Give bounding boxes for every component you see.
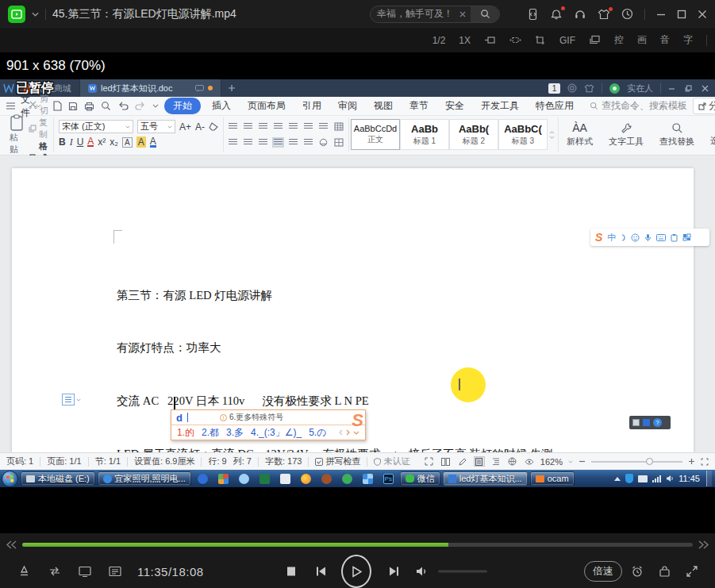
ribbon-tab-review[interactable]: 审阅	[333, 98, 363, 114]
play-button[interactable]	[341, 555, 371, 588]
highlight-color-button[interactable]: A	[136, 136, 146, 148]
stop-button[interactable]	[286, 566, 297, 578]
ime-next-page-icon[interactable]	[346, 429, 350, 436]
ime-tray-icon[interactable]	[638, 475, 648, 482]
strikethrough-button[interactable]: A	[87, 137, 94, 147]
headset-icon[interactable]	[574, 8, 586, 20]
ime-language-button[interactable]: 中	[607, 232, 616, 244]
network-signal-icon[interactable]	[652, 475, 661, 482]
sort-icon[interactable]	[304, 123, 313, 130]
start-button[interactable]	[2, 471, 18, 487]
tab-document[interactable]: led灯基本知识.doc	[80, 79, 221, 97]
superscript-button[interactable]: x²	[98, 136, 106, 148]
doc-line[interactable]: 交流 AC 220V 日本 110v 没有极性要求 L N PE	[117, 392, 568, 409]
italic-button[interactable]: I	[70, 136, 73, 148]
shrink-font-button[interactable]: A-	[195, 121, 205, 133]
select-button[interactable]: 选择	[702, 117, 715, 152]
bold-button[interactable]: B	[59, 136, 66, 148]
increase-indent-icon[interactable]	[274, 123, 283, 130]
taskbar-button-wechat[interactable]: 微信	[400, 471, 440, 486]
new-tab-button[interactable]	[221, 84, 242, 92]
font-size-select[interactable]: 五号	[137, 120, 175, 133]
zoom-chevron-icon[interactable]	[568, 460, 573, 463]
share-button[interactable]: 分享	[693, 98, 715, 114]
more-quick-icon[interactable]	[152, 104, 159, 108]
zoom-slider-handle[interactable]	[646, 458, 653, 465]
document-area[interactable]: 第三节：有源 LED 灯电源讲解 有源灯特点：功率大 交流 AC 220V 日本…	[0, 156, 715, 452]
pinned-app-2[interactable]	[317, 471, 336, 486]
doc-line[interactable]: LED 属于直流灯：直流 DC 12V/24V 有极性要求 + - 接反了不亮 …	[117, 445, 568, 452]
clear-format-icon[interactable]	[209, 122, 218, 131]
progress-bar[interactable]	[22, 543, 693, 547]
two-page-view-icon[interactable]	[440, 456, 452, 467]
wps-minimize-button[interactable]	[668, 85, 675, 92]
ime-candidate-3[interactable]: 3.多	[226, 426, 244, 440]
crop-icon[interactable]	[535, 35, 546, 45]
taskbar-button-ocam[interactable]: ocam	[530, 471, 575, 486]
seek-back-icon[interactable]	[6, 540, 17, 549]
zoom-percent[interactable]: 162%	[540, 457, 563, 467]
style-heading1[interactable]: AaBb 标题 1	[400, 119, 449, 150]
show-desktop-button[interactable]	[706, 471, 712, 486]
web-view-icon[interactable]	[507, 456, 518, 467]
tray-expand-icon[interactable]	[614, 477, 621, 481]
eye-protection-icon[interactable]	[524, 456, 535, 467]
control-panel-button[interactable]: 控	[614, 33, 624, 47]
styles-scroll-up-icon[interactable]	[549, 131, 555, 134]
skin-shirt-icon[interactable]	[598, 9, 610, 20]
character-border-button[interactable]: A	[122, 137, 133, 148]
ime-candidate-4[interactable]: 4._(:3」∠)_	[251, 426, 302, 440]
toolbox-icon[interactable]	[682, 233, 691, 241]
volume-tray-icon[interactable]	[666, 475, 674, 482]
ime-hint[interactable]: i 6.更多特殊符号	[220, 412, 283, 423]
underline-button[interactable]: U	[77, 136, 84, 148]
zoom-out-button[interactable]	[579, 458, 586, 465]
paste-button[interactable]: 粘贴	[10, 114, 24, 156]
taskbar-button-browser[interactable]: 宜家照明,照明电...	[98, 471, 191, 486]
search-icon[interactable]	[471, 6, 499, 23]
ribbon-tab-layout[interactable]: 页面布局	[242, 98, 291, 114]
save-icon[interactable]	[68, 102, 78, 111]
video-panel-button[interactable]: 画	[637, 33, 647, 47]
show-marks-icon[interactable]	[319, 123, 328, 130]
user-avatar[interactable]	[609, 83, 620, 94]
text-direction-icon[interactable]	[289, 123, 298, 130]
minimize-button[interactable]	[656, 10, 666, 19]
pinned-firefox[interactable]	[297, 471, 315, 486]
ime-candidate-window[interactable]: d i 6.更多特殊符号 S 1.的 2.都 3.多 4._(:3」∠)_ 5.…	[171, 409, 366, 440]
distribute-icon[interactable]	[289, 139, 298, 146]
font-color-button[interactable]: A	[150, 137, 156, 148]
pinned-photoshop[interactable]: Ps	[379, 471, 398, 486]
ribbon-tab-home[interactable]: 开始	[164, 98, 201, 114]
text-tool-button[interactable]: 文字工具	[601, 117, 652, 152]
insert-table-icon[interactable]	[334, 122, 344, 131]
pinned-notes[interactable]	[276, 471, 294, 486]
pinned-wps[interactable]	[214, 471, 233, 486]
playback-speed-button[interactable]: 1X	[459, 35, 471, 46]
wps-restore-button[interactable]	[685, 85, 692, 92]
player-logo-icon[interactable]	[8, 6, 25, 23]
mini-overlay-widget[interactable]: ?	[629, 416, 671, 429]
ribbon-tab-references[interactable]: 引用	[297, 98, 327, 114]
maximize-button[interactable]	[677, 10, 686, 19]
ribbon-tab-developer[interactable]: 开发工具	[475, 98, 525, 114]
microphone-icon[interactable]	[644, 233, 652, 242]
playlist-button[interactable]	[108, 566, 122, 578]
ime-candidate-2[interactable]: 2.都	[202, 426, 219, 440]
redo-icon[interactable]	[135, 102, 146, 110]
certification-status[interactable]: 未认证	[374, 455, 409, 467]
edit-mode-icon[interactable]	[457, 456, 468, 467]
ime-candidate-1[interactable]: 1.的	[177, 426, 194, 440]
shading-icon[interactable]	[319, 138, 328, 147]
open-file-button[interactable]	[17, 565, 31, 578]
emoji-icon[interactable]	[631, 233, 640, 242]
region-capture-icon[interactable]	[509, 35, 521, 45]
tv-cast-button[interactable]	[78, 566, 92, 578]
subscript-button[interactable]: x₂	[110, 136, 118, 148]
line-spacing-icon[interactable]	[304, 139, 313, 146]
ime-prev-page-icon[interactable]	[339, 429, 343, 436]
lock-panel-icon[interactable]	[659, 565, 671, 578]
command-search[interactable]: 查找命令、搜索模板	[590, 99, 687, 113]
tab-message-icon[interactable]	[195, 85, 204, 92]
copy-button[interactable]: 复制	[29, 117, 48, 140]
